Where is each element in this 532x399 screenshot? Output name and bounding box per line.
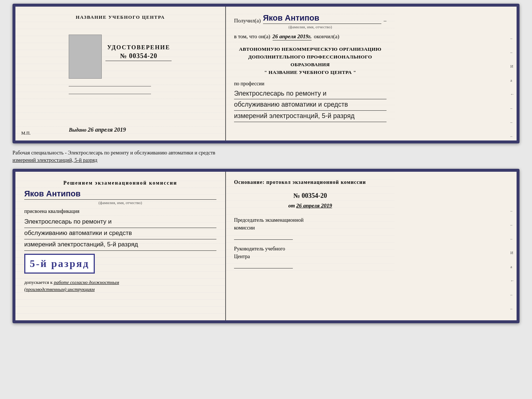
profession-line3: измерений электростанций, 5-й разряд	[234, 111, 387, 122]
issued-line: Выдано 26 апреля 2019	[69, 123, 172, 133]
bottom-document: Решением экзаменационной комиссии Яков А…	[12, 169, 520, 323]
mark6: –	[510, 106, 514, 110]
divider	[69, 86, 151, 86]
in-that-line: в том, что он(а) 26 апреля 2019г. окончи…	[234, 33, 387, 40]
org-line3: " НАЗВАНИЕ УЧЕБНОГО ЦЕНТРА "	[234, 69, 387, 76]
bmark1: –	[510, 209, 514, 213]
allowed-italic2: (производственным) инструкциям	[24, 286, 95, 292]
bmark2: –	[510, 222, 514, 227]
chairman-sign-line	[234, 233, 293, 240]
mark5: ←	[510, 92, 514, 96]
from-date-line: от 26 апреля 2019	[234, 203, 387, 209]
decision-title: Решением экзаменационной комиссии	[24, 179, 216, 187]
mark7: –	[510, 120, 514, 124]
profession-line2: обслуживанию автоматики и средств	[234, 99, 387, 111]
in-that-prefix: в том, что он(а)	[234, 33, 270, 40]
dash: –	[384, 18, 387, 24]
side-marks-top: – – И а ← – – – –	[510, 36, 514, 143]
recv-line: Получил(а) Яков Антипов –	[234, 13, 387, 24]
osnov-title: Основание: протокол экзаменационной коми…	[234, 178, 387, 186]
profession-text: Электрослесарь по ремонту и обслуживанию…	[234, 88, 387, 122]
from-label: от	[288, 203, 295, 209]
qual-line1: Электрослесарь по ремонту и	[24, 217, 216, 228]
from-date-value: 26 апреля 2019	[296, 203, 332, 209]
mark2: –	[510, 50, 514, 54]
protocol-number: № 00354-20	[234, 192, 387, 200]
top-doc-right: Получил(а) Яков Антипов – (фамилия, имя,…	[226, 7, 395, 126]
separator-text: Рабочая специальность - Электрослесарь п…	[12, 148, 520, 164]
finished-label: окончил(а)	[314, 33, 339, 40]
director-label: Руководитель учебного Центра	[234, 245, 387, 260]
mark8: –	[510, 134, 514, 138]
qual-line3: измерений электростанций, 5-й разряд	[24, 239, 216, 251]
top-doc-left: НАЗВАНИЕ УЧЕБНОГО ЦЕНТРА УДОСТОВЕРЕНИЕ №…	[15, 7, 226, 140]
bottom-doc-right-wrapper: Основание: протокол экзаменационной коми…	[226, 172, 517, 320]
allowed-italic: работе согласно должностным	[54, 279, 119, 285]
rank-badge: 5-й разряд	[24, 254, 95, 274]
qual-line2: обслуживанию автоматики и средств	[24, 228, 216, 239]
profession-line1: Электрослесарь по ремонту и	[234, 88, 387, 100]
photo-placeholder	[69, 35, 102, 79]
mp-label: М.П.	[21, 131, 30, 136]
bottom-person-name: Яков Антипов	[24, 189, 216, 200]
sep-line2: измерений электростанций, 5-й разряд	[12, 157, 520, 164]
recv-name: Яков Антипов	[263, 13, 382, 24]
sep-line1: Рабочая специальность - Электрослесарь п…	[12, 149, 520, 157]
mark1: –	[510, 36, 514, 40]
director-block: Руководитель учебного Центра	[234, 245, 387, 268]
chairman-label1: Председатель экзаменационной	[234, 217, 303, 223]
bmark4: И	[510, 250, 514, 255]
qualification-text: Электрослесарь по ремонту и обслуживанию…	[24, 217, 216, 251]
bmark7: –	[510, 292, 514, 297]
bottom-doc-left: Решением экзаменационной комиссии Яков А…	[15, 172, 226, 320]
qualification-label: присвоена квалификация	[24, 209, 216, 214]
allowed-line: допускается к работе согласно должностны…	[24, 279, 216, 293]
top-left-org-name: НАЗВАНИЕ УЧЕБНОГО ЦЕНТРА	[69, 14, 172, 21]
side-marks-bottom: – – – И а ← – – – – –	[510, 209, 514, 323]
bmark5: а	[510, 264, 514, 269]
bmark9: –	[510, 320, 514, 323]
director-label2: Центра	[234, 254, 250, 259]
top-document: НАЗВАНИЕ УЧЕБНОГО ЦЕНТРА УДОСТОВЕРЕНИЕ №…	[12, 4, 520, 143]
director-label1: Руководитель учебного	[234, 246, 285, 252]
cert-number: № 00354-20	[105, 52, 172, 61]
bmark3: –	[510, 236, 514, 241]
issued-date: 26 апреля 2019	[88, 127, 126, 133]
document-container: НАЗВАНИЕ УЧЕБНОГО ЦЕНТРА УДОСТОВЕРЕНИЕ №…	[12, 4, 520, 323]
recv-prefix: Получил(а)	[234, 18, 261, 24]
issued-label: Выдано	[69, 127, 86, 133]
director-sign-line	[234, 262, 293, 268]
bmark6: ←	[510, 278, 514, 283]
bottom-name-subtitle: (фамилия, имя, отчество)	[24, 200, 216, 205]
chairman-block: Председатель экзаменационной комиссии	[234, 216, 387, 240]
org-block: АВТОНОМНУЮ НЕКОММЕРЧЕСКУЮ ОРГАНИЗАЦИЮ ДО…	[234, 46, 387, 76]
profession-label: по профессии	[234, 81, 387, 87]
mark3: И	[510, 64, 514, 68]
allowed-prefix: допускается к	[24, 279, 53, 285]
recv-name-subtitle: (фамилия, имя, отчество)	[234, 25, 387, 29]
bmark8: –	[510, 306, 514, 311]
chairman-label2: комиссии	[234, 225, 255, 231]
top-doc-right-wrapper: Получил(а) Яков Антипов – (фамилия, имя,…	[226, 7, 517, 140]
cert-label: УДОСТОВЕРЕНИЕ	[107, 44, 170, 51]
in-that-date: 26 апреля 2019г.	[273, 33, 312, 40]
org-line1: АВТОНОМНУЮ НЕКОММЕРЧЕСКУЮ ОРГАНИЗАЦИЮ	[234, 46, 387, 53]
bottom-doc-right: Основание: протокол экзаменационной коми…	[226, 172, 395, 277]
mark4: а	[510, 78, 514, 82]
chairman-label: Председатель экзаменационной комиссии	[234, 216, 387, 232]
divider2	[69, 94, 151, 94]
org-line2: ДОПОЛНИТЕЛЬНОГО ПРОФЕССИОНАЛЬНОГО ОБРАЗО…	[234, 53, 387, 69]
